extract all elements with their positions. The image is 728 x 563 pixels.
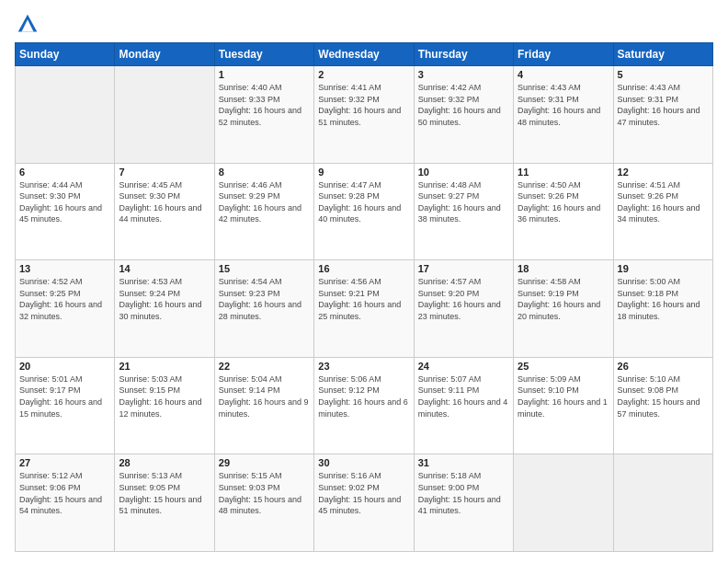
- day-info: Sunrise: 4:53 AM Sunset: 9:24 PM Dayligh…: [119, 276, 210, 322]
- weekday-header-monday: Monday: [115, 43, 214, 66]
- day-number: 23: [318, 361, 409, 372]
- week-row-4: 27Sunrise: 5:12 AM Sunset: 9:06 PM Dayli…: [16, 454, 713, 552]
- day-info: Sunrise: 5:12 AM Sunset: 9:06 PM Dayligh…: [19, 470, 110, 516]
- calendar-cell: 10Sunrise: 4:48 AM Sunset: 9:27 PM Dayli…: [414, 163, 513, 260]
- day-info: Sunrise: 4:46 AM Sunset: 9:29 PM Dayligh…: [219, 179, 310, 225]
- day-info: Sunrise: 4:52 AM Sunset: 9:25 PM Dayligh…: [19, 276, 110, 322]
- calendar-cell: [16, 66, 115, 164]
- calendar-cell: 13Sunrise: 4:52 AM Sunset: 9:25 PM Dayli…: [16, 260, 115, 358]
- day-info: Sunrise: 4:44 AM Sunset: 9:30 PM Dayligh…: [19, 179, 110, 225]
- day-info: Sunrise: 4:51 AM Sunset: 9:26 PM Dayligh…: [618, 179, 709, 225]
- day-number: 15: [219, 263, 310, 274]
- day-info: Sunrise: 5:01 AM Sunset: 9:17 PM Dayligh…: [19, 373, 110, 419]
- weekday-header-wednesday: Wednesday: [314, 43, 414, 66]
- calendar-cell: 2Sunrise: 4:41 AM Sunset: 9:32 PM Daylig…: [314, 66, 414, 164]
- day-info: Sunrise: 5:15 AM Sunset: 9:03 PM Dayligh…: [219, 470, 310, 516]
- calendar-cell: 22Sunrise: 5:04 AM Sunset: 9:14 PM Dayli…: [214, 357, 313, 454]
- day-info: Sunrise: 5:03 AM Sunset: 9:15 PM Dayligh…: [119, 373, 210, 419]
- calendar-cell: [613, 454, 712, 552]
- day-number: 5: [618, 69, 709, 80]
- calendar-cell: 27Sunrise: 5:12 AM Sunset: 9:06 PM Dayli…: [16, 454, 115, 552]
- day-info: Sunrise: 5:09 AM Sunset: 9:10 PM Dayligh…: [518, 373, 609, 419]
- week-row-2: 13Sunrise: 4:52 AM Sunset: 9:25 PM Dayli…: [16, 260, 713, 358]
- weekday-header-thursday: Thursday: [414, 43, 513, 66]
- day-number: 2: [318, 69, 409, 80]
- calendar-cell: 4Sunrise: 4:43 AM Sunset: 9:31 PM Daylig…: [514, 66, 613, 164]
- calendar-cell: 14Sunrise: 4:53 AM Sunset: 9:24 PM Dayli…: [115, 260, 214, 358]
- calendar-cell: 11Sunrise: 4:50 AM Sunset: 9:26 PM Dayli…: [514, 163, 613, 260]
- calendar-cell: 28Sunrise: 5:13 AM Sunset: 9:05 PM Dayli…: [115, 454, 214, 552]
- day-info: Sunrise: 4:48 AM Sunset: 9:27 PM Dayligh…: [418, 179, 509, 225]
- day-number: 19: [618, 263, 709, 274]
- day-info: Sunrise: 5:04 AM Sunset: 9:14 PM Dayligh…: [219, 373, 310, 419]
- day-info: Sunrise: 5:00 AM Sunset: 9:18 PM Dayligh…: [618, 276, 709, 322]
- day-number: 4: [518, 69, 609, 80]
- day-number: 9: [318, 167, 409, 178]
- day-number: 22: [219, 361, 310, 372]
- logo: [15, 11, 44, 37]
- day-number: 28: [119, 457, 210, 468]
- day-number: 13: [19, 263, 110, 274]
- calendar-cell: 29Sunrise: 5:15 AM Sunset: 9:03 PM Dayli…: [214, 454, 313, 552]
- day-number: 16: [318, 263, 409, 274]
- day-number: 8: [219, 167, 310, 178]
- day-number: 18: [518, 263, 609, 274]
- day-info: Sunrise: 5:16 AM Sunset: 9:02 PM Dayligh…: [318, 470, 409, 516]
- calendar-table: SundayMondayTuesdayWednesdayThursdayFrid…: [15, 42, 713, 552]
- day-info: Sunrise: 4:50 AM Sunset: 9:26 PM Dayligh…: [518, 179, 609, 225]
- calendar-cell: 20Sunrise: 5:01 AM Sunset: 9:17 PM Dayli…: [16, 357, 115, 454]
- day-number: 20: [19, 361, 110, 372]
- calendar-cell: 21Sunrise: 5:03 AM Sunset: 9:15 PM Dayli…: [115, 357, 214, 454]
- calendar-cell: 16Sunrise: 4:56 AM Sunset: 9:21 PM Dayli…: [314, 260, 414, 358]
- day-number: 14: [119, 263, 210, 274]
- calendar-cell: 24Sunrise: 5:07 AM Sunset: 9:11 PM Dayli…: [414, 357, 513, 454]
- day-number: 17: [418, 263, 509, 274]
- page: SundayMondayTuesdayWednesdayThursdayFrid…: [0, 0, 728, 563]
- calendar-cell: 8Sunrise: 4:46 AM Sunset: 9:29 PM Daylig…: [214, 163, 313, 260]
- day-number: 24: [418, 361, 509, 372]
- day-number: 29: [219, 457, 310, 468]
- day-info: Sunrise: 4:54 AM Sunset: 9:23 PM Dayligh…: [219, 276, 310, 322]
- day-number: 12: [618, 167, 709, 178]
- calendar-cell: 17Sunrise: 4:57 AM Sunset: 9:20 PM Dayli…: [414, 260, 513, 358]
- day-number: 25: [518, 361, 609, 372]
- week-row-3: 20Sunrise: 5:01 AM Sunset: 9:17 PM Dayli…: [16, 357, 713, 454]
- day-info: Sunrise: 5:18 AM Sunset: 9:00 PM Dayligh…: [418, 470, 509, 516]
- day-number: 26: [618, 361, 709, 372]
- day-number: 7: [119, 167, 210, 178]
- day-number: 21: [119, 361, 210, 372]
- day-info: Sunrise: 4:58 AM Sunset: 9:19 PM Dayligh…: [518, 276, 609, 322]
- weekday-header-tuesday: Tuesday: [214, 43, 313, 66]
- day-number: 6: [19, 167, 110, 178]
- day-number: 10: [418, 167, 509, 178]
- day-number: 1: [219, 69, 310, 80]
- weekday-header-friday: Friday: [514, 43, 613, 66]
- day-info: Sunrise: 4:45 AM Sunset: 9:30 PM Dayligh…: [119, 179, 210, 225]
- calendar-cell: 3Sunrise: 4:42 AM Sunset: 9:32 PM Daylig…: [414, 66, 513, 164]
- weekday-header-row: SundayMondayTuesdayWednesdayThursdayFrid…: [16, 43, 713, 66]
- calendar-cell: 6Sunrise: 4:44 AM Sunset: 9:30 PM Daylig…: [16, 163, 115, 260]
- calendar-cell: 31Sunrise: 5:18 AM Sunset: 9:00 PM Dayli…: [414, 454, 513, 552]
- day-number: 31: [418, 457, 509, 468]
- day-number: 3: [418, 69, 509, 80]
- calendar-cell: 5Sunrise: 4:43 AM Sunset: 9:31 PM Daylig…: [613, 66, 712, 164]
- day-info: Sunrise: 5:06 AM Sunset: 9:12 PM Dayligh…: [318, 373, 409, 419]
- day-number: 11: [518, 167, 609, 178]
- day-info: Sunrise: 4:41 AM Sunset: 9:32 PM Dayligh…: [318, 82, 409, 128]
- calendar-cell: 9Sunrise: 4:47 AM Sunset: 9:28 PM Daylig…: [314, 163, 414, 260]
- day-info: Sunrise: 4:43 AM Sunset: 9:31 PM Dayligh…: [518, 82, 609, 128]
- week-row-0: 1Sunrise: 4:40 AM Sunset: 9:33 PM Daylig…: [16, 66, 713, 164]
- weekday-header-saturday: Saturday: [613, 43, 712, 66]
- day-info: Sunrise: 4:56 AM Sunset: 9:21 PM Dayligh…: [318, 276, 409, 322]
- day-number: 30: [318, 457, 409, 468]
- calendar-cell: 19Sunrise: 5:00 AM Sunset: 9:18 PM Dayli…: [613, 260, 712, 358]
- day-info: Sunrise: 4:43 AM Sunset: 9:31 PM Dayligh…: [618, 82, 709, 128]
- day-info: Sunrise: 4:40 AM Sunset: 9:33 PM Dayligh…: [219, 82, 310, 128]
- calendar-cell: 26Sunrise: 5:10 AM Sunset: 9:08 PM Dayli…: [613, 357, 712, 454]
- weekday-header-sunday: Sunday: [16, 43, 115, 66]
- day-info: Sunrise: 4:42 AM Sunset: 9:32 PM Dayligh…: [418, 82, 509, 128]
- week-row-1: 6Sunrise: 4:44 AM Sunset: 9:30 PM Daylig…: [16, 163, 713, 260]
- calendar-cell: 1Sunrise: 4:40 AM Sunset: 9:33 PM Daylig…: [214, 66, 313, 164]
- day-info: Sunrise: 4:57 AM Sunset: 9:20 PM Dayligh…: [418, 276, 509, 322]
- calendar-cell: 15Sunrise: 4:54 AM Sunset: 9:23 PM Dayli…: [214, 260, 313, 358]
